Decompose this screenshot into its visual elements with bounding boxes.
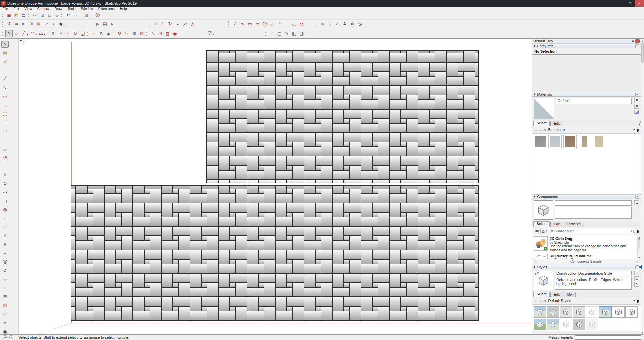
scale-tool[interactable]: ◿ [181,20,189,27]
style-thumbnail-2-3[interactable] [560,319,572,330]
push-pull-tool[interactable]: ⇧ [159,20,166,27]
copy-tool[interactable]: ⊞ [39,12,46,19]
tab-select[interactable]: Select [533,121,550,126]
style-thumbnail-1-1[interactable] [534,306,546,318]
orbit-tool[interactable]: ↺ [1,267,9,274]
arc-dropdown-icon[interactable]: ▾ [36,33,37,36]
redo-tool[interactable]: ↷ [72,12,79,19]
push-pull-tool[interactable]: ⇧ [1,171,9,178]
menu-help[interactable]: Help [117,7,130,11]
open-tool[interactable]: ◩ [13,12,20,19]
forward-icon[interactable]: ⇨ [539,299,542,303]
rotate-tool[interactable]: ↻ [1,180,9,187]
offset-tool[interactable]: ◎ [189,20,196,27]
tab-select[interactable]: Select [533,292,550,297]
new-tool[interactable]: ▣ [5,12,13,19]
axes-tool[interactable]: ∗ [1,250,9,257]
position-camera-tool[interactable]: ⌖ [1,319,9,326]
line-tool[interactable]: ╱ [1,75,9,82]
zoom-extents-tool[interactable]: ⊠ [138,30,146,37]
orbit-tool[interactable]: ↺ [5,20,13,27]
zoom-tool[interactable]: ⊕ [131,30,138,37]
model-canvas[interactable] [19,39,532,334]
back-icon[interactable]: ⇦ [534,128,537,132]
search-icon[interactable] [631,230,634,232]
menu-file[interactable]: File [0,7,11,11]
pin-icon[interactable]: ▪ [632,39,634,43]
components-close-icon[interactable]: × [635,195,639,199]
3d-text-tool[interactable]: Ⓐ [356,20,363,27]
three-point-arc-tool[interactable]: ◡ [1,145,9,152]
back-icon[interactable]: ⇦ [534,299,537,303]
pan-tool[interactable]: ⇋ [123,30,131,37]
component-title[interactable]: 3D Printer Build Volume [550,254,636,258]
tab-edit[interactable]: Edit [550,292,563,297]
forward-icon[interactable]: ⇨ [539,128,542,132]
line-tool[interactable]: ╱ [231,20,239,27]
rotated-rectangle-tool[interactable]: ▱ [254,20,261,27]
view-options-icon[interactable]: ▦▾ [534,229,541,233]
eraser-tool[interactable]: ▱ [1,67,9,74]
in-model-icon[interactable]: ⌂ [542,229,545,234]
walk-tool[interactable]: ∴ [64,20,72,27]
rectangle-tool[interactable]: ▭ [246,20,254,27]
interact-tool[interactable]: ▶ [94,20,101,27]
tray-title-bar[interactable]: Default Tray ▪ × [532,39,641,44]
list-item[interactable]: ▸ 2D Girls Dog by SketchUp Use the Inter… [532,235,641,253]
style-thumbnail-2-5[interactable] [586,319,598,330]
text-tool[interactable]: A [98,30,105,37]
components-list-scrollbar[interactable]: ▲ ▼ [637,235,641,259]
select-tool[interactable]: ↖ [5,30,13,37]
style-thumbnail-1-6[interactable] [599,306,611,318]
measurements-input[interactable] [575,335,641,340]
component-description-field[interactable] [555,207,632,219]
model-info-tool[interactable]: ⓘ [94,12,101,19]
follow-me-tool[interactable]: ↝ [57,30,64,37]
zoom-previous-tool[interactable]: ↩ [42,20,50,27]
menu-extensions[interactable]: Extensions [96,7,117,11]
zoom-tool[interactable]: ⊕ [1,284,9,291]
circle-tool[interactable]: ◯ [1,110,9,117]
component-attributes-tool[interactable]: ▸ [109,20,116,27]
protractor-tool[interactable]: ∠ [334,20,341,27]
save-tool[interactable]: ▤ [20,12,28,19]
components-header[interactable]: ▼ Components × [532,194,641,199]
tab-mix[interactable]: Mix [564,292,576,297]
zoom-tool[interactable]: ⊕ [20,20,28,27]
tray-collapse-icon[interactable]: ◀ [638,264,642,270]
freehand-tool[interactable]: ∿ [1,84,9,91]
send-to-layout-tool[interactable]: ▦ [164,30,171,37]
close-button[interactable]: × [635,0,644,7]
3d-text-tool[interactable]: Ⓐ [1,258,9,265]
materials-collection-dropdown[interactable]: Bluestone ▾ [547,127,635,132]
pan-tool[interactable]: ⇋ [13,20,20,27]
erase-tool[interactable]: ⊗ [53,12,61,19]
three-point-arc-tool[interactable]: ◡ [290,20,298,27]
view-iso-tool[interactable]: ⌂ [268,30,276,37]
pie-tool[interactable]: ◔ [1,154,9,161]
offset-tool[interactable]: ◎ [1,206,9,213]
extension-warehouse-tool[interactable]: ⊞ [157,30,164,37]
style-builder-icon[interactable]: ⊕ [634,276,639,281]
style-thumbnail-2-2[interactable] [547,319,559,330]
menu-camera[interactable]: Camera [35,7,52,11]
in-model-icon[interactable]: ⌂ [543,298,546,303]
display-secondary-pane-icon[interactable]: ⊟ [634,271,639,275]
help-icon[interactable]: ? [9,335,13,339]
component-title[interactable]: 2D Girls Dog [550,236,636,241]
style-thumbnail-1-5[interactable] [586,306,598,318]
material-swatch-bluestone-tan-strip[interactable] [578,135,591,148]
list-item[interactable]: 3D Printer Build Volume by SketchUp, C [532,253,641,259]
position-camera-tool[interactable]: ⌖ [50,20,57,27]
page-forward-icon[interactable]: ▷ [636,260,639,263]
select-tool[interactable]: ↖ [1,41,9,48]
rotated-rectangle-tool[interactable]: ▱ [1,101,9,109]
zoom-previous-tool[interactable]: ↩ [1,311,9,318]
materials-header[interactable]: ▼ Materials × [532,92,641,97]
move-tool[interactable]: + [1,162,9,169]
tab-select[interactable]: Select [533,221,550,227]
menu-view[interactable]: View [22,7,35,11]
text-tool[interactable]: A [341,20,348,27]
display-secondary-pane-icon[interactable]: ⊟ [634,98,639,103]
geolocation-icon[interactable]: ⊕ [3,335,7,339]
